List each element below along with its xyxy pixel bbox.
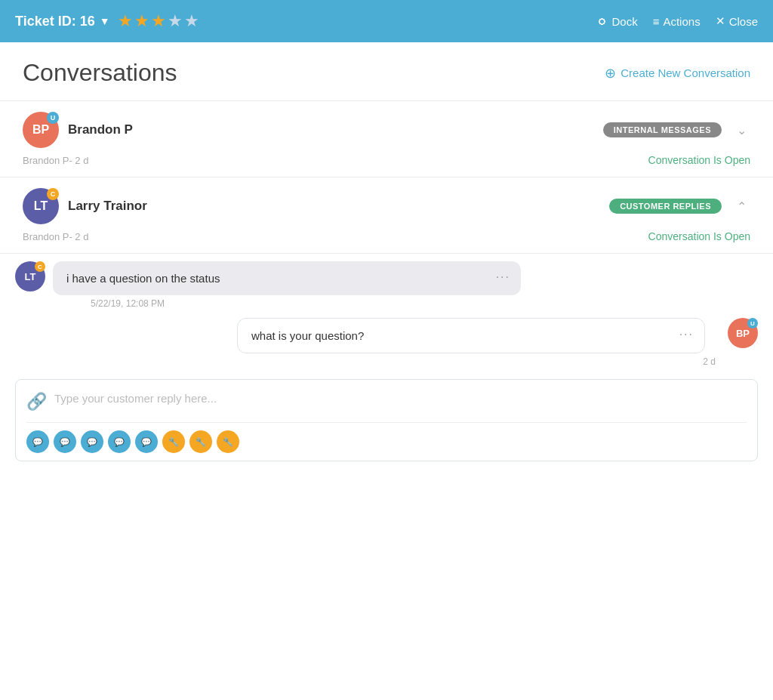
msg-options-2[interactable]: ···: [679, 328, 694, 341]
conv-status-2: Conversation Is Open: [648, 230, 750, 242]
collapse-button-2[interactable]: ⌃: [732, 199, 750, 214]
conversations-title: Conversations: [23, 59, 177, 87]
actions-button[interactable]: ≡ Actions: [653, 15, 701, 28]
msg-avatar-1: LT C: [15, 261, 45, 291]
conv-meta-text-1: Brandon P- 2 d: [23, 155, 88, 166]
ticket-id-text: Ticket ID: 16: [15, 14, 95, 29]
conv-name-1: Brandon P: [68, 122, 133, 137]
toolbar-icon-7[interactable]: 🔧: [189, 430, 212, 453]
msg-avatar-badge-1: C: [35, 261, 45, 272]
msg-bubble-1: i have a question on the status ···: [53, 261, 521, 295]
header-left: Ticket ID: 16 ▼ ★ ★ ★ ★ ★: [15, 11, 199, 31]
star-2[interactable]: ★: [134, 11, 149, 31]
msg-text-1: i have a question on the status: [66, 272, 220, 285]
toolbar-icon-1[interactable]: 💬: [26, 430, 49, 453]
star-4[interactable]: ★: [168, 11, 183, 31]
message-row-2: what is your question? ··· BP U: [15, 318, 758, 353]
close-label: Close: [729, 15, 758, 28]
msg-time-1: 5/22/19, 12:08 PM: [53, 298, 758, 309]
conv-name-2: Larry Trainor: [68, 199, 147, 214]
conv-status-1: Conversation Is Open: [648, 154, 750, 166]
message-row-1: LT C i have a question on the status ···: [15, 261, 758, 295]
avatar-larry: LT C: [23, 188, 59, 224]
dock-icon: ⭘: [596, 15, 608, 28]
plus-circle-icon: ⊕: [605, 65, 616, 82]
toolbar-icon-6[interactable]: 🔧: [162, 430, 185, 453]
msg-avatar-2: BP U: [728, 318, 758, 348]
avatar-brandon: BP U: [23, 112, 59, 148]
msg-options-1[interactable]: ···: [496, 270, 510, 284]
toolbar-icon-2[interactable]: 💬: [54, 430, 76, 453]
messages-area: LT C i have a question on the status ···…: [0, 254, 773, 367]
avatar-initials-2: LT: [34, 199, 48, 213]
reply-input-row: 🔗 Type your customer reply here...: [26, 390, 747, 413]
conv-right-1: INTERNAL MESSAGES ⌄: [603, 122, 750, 137]
ticket-dropdown-chevron[interactable]: ▼: [100, 15, 110, 27]
conv-tag-2: CUSTOMER REPLIES: [609, 199, 722, 214]
msg-bubble-container-2: what is your question? ···: [237, 318, 720, 353]
create-new-conversation-button[interactable]: ⊕ Create New Conversation: [605, 65, 750, 82]
conversation-row-1: BP U Brandon P INTERNAL MESSAGES ⌄ Brand…: [0, 101, 773, 177]
header: Ticket ID: 16 ▼ ★ ★ ★ ★ ★ ⭘ Dock ≡ Actio…: [0, 0, 773, 42]
star-5[interactable]: ★: [184, 11, 199, 31]
conv-top-1: BP U Brandon P INTERNAL MESSAGES ⌄: [23, 112, 750, 148]
conv-meta-1: Brandon P- 2 d Conversation Is Open: [23, 154, 750, 166]
conv-top-2: LT C Larry Trainor CUSTOMER REPLIES ⌃: [23, 188, 750, 224]
avatar-badge-2: C: [47, 188, 59, 200]
toolbar-icon-4[interactable]: 💬: [108, 430, 131, 453]
msg-avatar-badge-2: U: [747, 318, 758, 328]
actions-icon: ≡: [653, 15, 660, 28]
toolbar-icon-8[interactable]: 🔧: [217, 430, 239, 453]
reply-input[interactable]: Type your customer reply here...: [54, 390, 747, 413]
star-1[interactable]: ★: [118, 11, 133, 31]
attachment-icon[interactable]: 🔗: [26, 392, 47, 412]
msg-bubble-container-1: i have a question on the status ···: [53, 261, 758, 295]
conv-meta-2: Brandon P- 2 d Conversation Is Open: [23, 230, 750, 242]
main-content: Conversations ⊕ Create New Conversation …: [0, 42, 773, 700]
reply-box: 🔗 Type your customer reply here... 💬 💬 💬…: [15, 379, 758, 461]
collapse-button-1[interactable]: ⌄: [732, 123, 750, 137]
star-3[interactable]: ★: [151, 11, 166, 31]
toolbar-icon-3[interactable]: 💬: [81, 430, 103, 453]
conversation-row-2: LT C Larry Trainor CUSTOMER REPLIES ⌃ Br…: [0, 177, 773, 254]
conv-left-2: LT C Larry Trainor: [23, 188, 147, 224]
close-button[interactable]: ✕ Close: [716, 14, 758, 28]
ticket-id: Ticket ID: 16 ▼: [15, 14, 110, 29]
create-new-label: Create New Conversation: [621, 66, 750, 79]
msg-bubble-2: what is your question? ···: [237, 318, 705, 353]
dock-label: Dock: [611, 15, 637, 28]
conversations-header: Conversations ⊕ Create New Conversation: [0, 42, 773, 101]
star-rating[interactable]: ★ ★ ★ ★ ★: [118, 11, 199, 31]
conv-left-1: BP U Brandon P: [23, 112, 133, 148]
reply-toolbar: 💬 💬 💬 💬 💬 🔧 🔧 🔧: [26, 422, 747, 453]
msg-text-2: what is your question?: [251, 329, 364, 342]
dock-button[interactable]: ⭘ Dock: [596, 15, 637, 28]
avatar-initials-1: BP: [32, 123, 49, 137]
toolbar-icon-5[interactable]: 💬: [135, 430, 158, 453]
conv-right-2: CUSTOMER REPLIES ⌃: [609, 199, 750, 214]
actions-label: Actions: [663, 15, 700, 28]
conv-meta-text-2: Brandon P- 2 d: [23, 231, 88, 242]
avatar-badge-1: U: [47, 112, 59, 124]
header-right: ⭘ Dock ≡ Actions ✕ Close: [596, 14, 758, 28]
close-icon: ✕: [716, 14, 725, 28]
msg-time-2: 2 d: [15, 356, 758, 367]
conv-tag-1: INTERNAL MESSAGES: [603, 122, 722, 137]
